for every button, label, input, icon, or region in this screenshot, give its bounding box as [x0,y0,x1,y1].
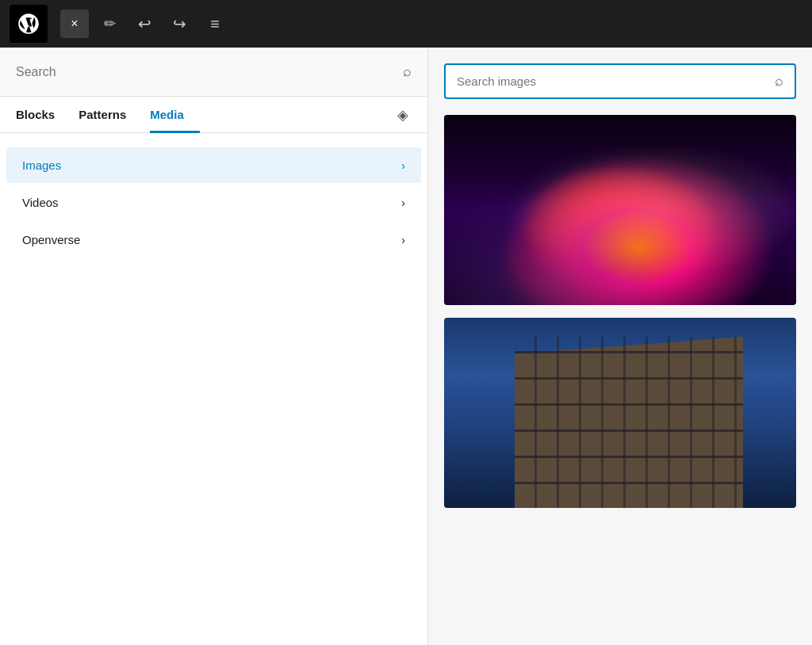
building-image [444,318,796,508]
undo-icon: ↩ [138,14,151,33]
main-content: ⌕ Blocks Patterns Media ◈ Images › Video… [0,48,812,645]
tab-media[interactable]: Media [150,97,200,133]
tab-patterns[interactable]: Patterns [79,97,142,133]
undo-button[interactable]: ↩ [130,10,159,38]
wordpress-logo [10,5,48,43]
image-grid [444,115,796,524]
image-card-fire[interactable] [444,115,796,305]
search-icon: ⌕ [403,63,412,80]
block-search-bar: ⌕ [0,48,427,97]
chevron-right-icon: › [401,197,405,209]
left-panel: ⌕ Blocks Patterns Media ◈ Images › Video… [0,48,428,645]
list-icon: ≡ [210,15,218,33]
redo-icon: ↪ [173,14,186,33]
media-item-openverse[interactable]: Openverse › [6,222,421,258]
chevron-right-icon: › [401,234,405,246]
diamond-icon: ◈ [397,107,408,123]
pencil-icon: ✏ [104,15,116,32]
chevron-right-icon: › [401,159,405,172]
list-view-button[interactable]: ≡ [200,10,228,38]
media-item-images[interactable]: Images › [6,147,421,183]
redo-button[interactable]: ↪ [165,10,193,38]
edit-button[interactable]: ✏ [95,10,124,38]
block-search-input[interactable] [16,65,403,79]
close-button[interactable]: × [60,10,89,38]
right-panel: ⌕ [428,48,812,645]
toolbar: × ✏ ↩ ↪ ≡ [0,0,812,48]
tabs-bar: Blocks Patterns Media ◈ [0,97,427,133]
fire-image [444,115,796,305]
media-list: Images › Videos › Openverse › [0,133,427,272]
wp-logo-icon [16,11,41,36]
videos-label: Videos [22,196,59,209]
openverse-label: Openverse [22,233,80,246]
image-search-input[interactable] [457,74,775,88]
image-card-building[interactable] [444,318,796,508]
tab-extra-icon-button[interactable]: ◈ [394,103,412,127]
image-search-bar: ⌕ [444,63,796,99]
image-search-icon: ⌕ [775,73,783,90]
media-item-videos[interactable]: Videos › [6,185,421,220]
images-label: Images [22,158,61,172]
tab-blocks[interactable]: Blocks [16,97,71,133]
